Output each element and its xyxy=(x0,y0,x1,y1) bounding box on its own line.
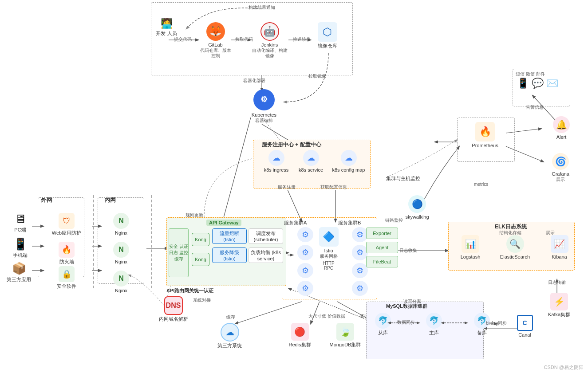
dns-node: DNS 内网域名解析 xyxy=(154,296,192,322)
svg-line-5 xyxy=(222,118,251,224)
service-a-icon-3: ⚙ xyxy=(297,263,313,278)
rw-split-label: 读写分离 xyxy=(403,298,421,305)
kong-box-2: Kong xyxy=(192,253,209,266)
pc-client-node: 🖥 PC端 xyxy=(8,212,32,233)
agent-box: Agent xyxy=(366,242,398,253)
notif-label: 短信 微信 邮件 xyxy=(516,71,545,77)
cache-label: 缓存 xyxy=(226,314,235,320)
get-config-label: 获取配置信息 xyxy=(320,184,347,190)
email-icon: ✉️ xyxy=(546,78,558,89)
service-b-icon-1: ⚙ xyxy=(352,227,368,242)
grafana-node: 🌀 Grafana 展示 xyxy=(545,153,576,182)
cluster-monitor-label: 集群与主机监控 xyxy=(386,175,420,182)
mysql-slave-node: 🐬 从库 xyxy=(371,313,395,336)
jenkins-node: 🤖 Jenkins 自动化编译、构建镜像 xyxy=(251,22,288,59)
diagram-container: 🧑‍💻 开发 人员 提交代码 🦊 GitLab 代码仓库、版本控制 拉取代码 🤖… xyxy=(0,0,588,373)
mongodb-node: 🍃 MongoDB集群 xyxy=(328,323,363,348)
alert-node: 🔔 Alert xyxy=(546,116,577,140)
gitlab-node: 🦊 GitLab 代码仓库、版本控制 xyxy=(199,22,232,59)
svg-line-18 xyxy=(311,302,320,324)
system-connect-label: 系统对接 xyxy=(193,297,211,303)
service-reg-label: 服务注册 xyxy=(278,184,296,190)
cluster-a-label: 服务集群A xyxy=(284,220,307,226)
pull-code-label: 拉取代码 xyxy=(235,36,253,43)
service-b-icon-4: ⚙ xyxy=(352,281,368,296)
filebeat-box: FileBeat xyxy=(366,256,398,267)
elasticsearch-node: 🔍 ElasticSearch xyxy=(496,235,534,260)
exporter-box: Exporter xyxy=(366,228,398,239)
mobile-client-node: 📱 手机端 xyxy=(8,237,32,258)
mirror-repo-node: ⬡ 镜像仓库 xyxy=(313,22,342,49)
chain-monitor-label: 链路监控 xyxy=(385,217,403,224)
nginx-node-2: N Nginx xyxy=(101,242,141,265)
rule-update-label: 规则更新 xyxy=(185,212,203,218)
divider-inner xyxy=(93,195,94,288)
api-gateway-label: API Gateway xyxy=(206,220,241,226)
container-deploy-label: 容器化部署 xyxy=(243,78,265,84)
kubernetes-node: ⚙ Kubernetes 容器编排 xyxy=(246,89,282,123)
service-b-icon-2: ⚙ xyxy=(352,245,368,260)
service-grade-box: 服务降级 (Istio) xyxy=(212,247,247,263)
service-a-icon-2: ⚙ xyxy=(297,245,313,260)
security-software-node: 🔒 安全软件 xyxy=(44,266,89,289)
canal-node: C Canal xyxy=(508,315,541,338)
service-a-icon-1: ⚙ xyxy=(297,227,313,242)
nginx-node-1: N Nginx xyxy=(101,213,141,236)
k8s-config-map-node: ☁ k8s config map xyxy=(332,150,365,173)
firewall-node: 🔥 防火墙 xyxy=(44,242,89,265)
schedule-box: 调度发布 (scheduler) xyxy=(249,228,283,244)
metrics-label: metrics xyxy=(474,182,488,187)
push-image-label: 推送镜像 xyxy=(293,36,311,43)
wechat-icon: 💬 xyxy=(532,78,544,89)
logstash-node: 📊 Logstash xyxy=(455,235,486,260)
third-party-node: 📦 第三方应用 xyxy=(4,262,33,283)
istio-node: 🔷 Istio 服务网格 HTTP RPC xyxy=(314,227,343,271)
log-collect-label: 日志收集 xyxy=(399,247,417,254)
third-system-node: ☁ 第三方系统 xyxy=(213,323,246,349)
kafka-node: ⚡ Kafka集群 xyxy=(544,293,575,318)
k8s-ingress-node: ☁ k8s ingress xyxy=(262,150,291,173)
svg-line-17 xyxy=(235,302,302,324)
kong-box-1: Kong xyxy=(192,233,209,246)
build-notify-label: 构建结果通知 xyxy=(249,4,275,11)
log-transfer-label: 日志传输 xyxy=(548,279,566,286)
submit-code-label: 提交代码 xyxy=(174,36,192,43)
kibana-node: 📈 Kibana xyxy=(545,235,574,260)
nginx-node-3: N Nginx xyxy=(101,271,141,294)
api-gateway-security: 安全 认证 日志 监控 缓存 xyxy=(169,228,189,277)
redis-node: 🔴 Redis集群 xyxy=(283,323,316,348)
binlog-label: binlog同步 xyxy=(486,320,507,326)
service-a-icon-4: ⚙ xyxy=(297,281,313,296)
load-balance-box: 负载均衡 (k8s service) xyxy=(249,247,283,263)
k8s-service-node: ☁ k8s service xyxy=(296,150,325,173)
cluster-b-label: 服务集群B xyxy=(338,220,361,226)
service-registry-label: 服务注册中心 + 配置中心 xyxy=(262,141,321,149)
service-b-icon-3: ⚙ xyxy=(352,263,368,278)
unified-auth-label: API路由网关统一认证 xyxy=(166,287,213,294)
divider-api xyxy=(151,195,152,288)
watermark: CSDN @易之阴阳 xyxy=(544,364,584,371)
outer-security-box xyxy=(38,197,84,277)
alert-info-label: 告警信息 xyxy=(526,104,544,110)
sms-icon: 📱 xyxy=(517,78,529,89)
svg-text:⚙: ⚙ xyxy=(260,95,268,104)
flow-break-box: 流量熔断 (Istio) xyxy=(212,228,247,244)
skywalking-node: 🔵 skywalking xyxy=(402,195,433,220)
data-sync-label: 数据同步 xyxy=(397,319,415,326)
big-data-label: 大尺寸低 价值数据 xyxy=(308,313,345,319)
developer-node: 🧑‍💻 开发 人员 xyxy=(153,18,180,36)
http-label: HTTP xyxy=(323,261,334,266)
prometheus-node: 🔥 Prometheus xyxy=(465,122,505,149)
mysql-master-node: 🐬 主库 xyxy=(422,313,446,336)
rpc-label: RPC xyxy=(324,266,333,271)
web-app-firewall-node: 🛡 Web应用防护 xyxy=(44,213,89,236)
pull-image-label: 拉取镜像 xyxy=(308,73,326,79)
